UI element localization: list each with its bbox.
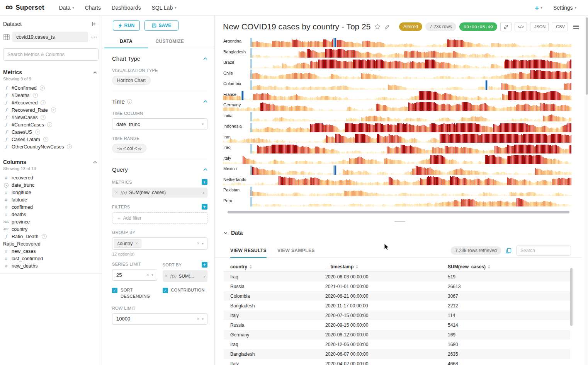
clear-icon[interactable]: × — [197, 241, 199, 246]
altered-badge[interactable]: Altered — [399, 22, 422, 31]
chevron-up-icon[interactable] — [93, 161, 97, 164]
table-row[interactable]: Iraq 2020-06-03 00:00:00 519 — [224, 272, 570, 281]
chevron-up-icon[interactable] — [203, 168, 207, 171]
remove-metric-icon[interactable]: × — [115, 190, 118, 195]
table-row[interactable]: Italy 2020-07-15 00:00:00 114 — [224, 310, 570, 320]
metric-item[interactable]: Cases Latam ? — [0, 136, 102, 143]
clear-icon[interactable]: × — [146, 273, 149, 277]
help-icon[interactable]: ? — [33, 93, 38, 98]
column-item[interactable]: Ratio_Recovered ? — [0, 240, 102, 247]
embed-code-button[interactable]: </> — [515, 22, 527, 31]
series-limit-select[interactable]: 25 × ▾ — [112, 269, 157, 281]
horizon-row[interactable]: Argentina — [223, 37, 571, 48]
time-range-value[interactable]: -∞ ≤ col < ∞ — [112, 144, 146, 153]
panel-resize-handle[interactable] — [394, 220, 405, 224]
horizon-row[interactable]: India — [223, 111, 571, 122]
horizon-row[interactable]: France — [223, 90, 571, 101]
dataset-more-icon[interactable]: ··· — [90, 34, 99, 40]
horizon-row[interactable]: Mexico — [223, 164, 571, 175]
column-item[interactable]: longitude ? — [0, 189, 102, 196]
collapse-panel-icon[interactable] — [92, 21, 97, 27]
sort-by-chip[interactable]: × ƒ(x) SUM(... › — [163, 270, 208, 282]
column-item[interactable]: province ? — [0, 218, 102, 225]
chevron-up-icon[interactable] — [203, 100, 207, 103]
add-metric-button[interactable]: + — [202, 179, 207, 185]
superset-logo[interactable]: ∞ Superset — [5, 3, 44, 12]
nav-item[interactable]: Charts ▾ — [80, 0, 106, 15]
column-item[interactable]: country ? — [0, 225, 102, 233]
horizon-row[interactable]: Chile — [223, 69, 571, 80]
table-column-header[interactable]: SUM(new_cases) — [441, 264, 570, 269]
column-item[interactable]: deaths ? — [0, 211, 102, 218]
help-icon[interactable]: ? — [67, 144, 72, 149]
dataset-name[interactable]: covid19.cases_ts — [12, 32, 88, 42]
copy-link-button[interactable] — [500, 22, 512, 31]
metrics-columns-search-input[interactable] — [3, 48, 99, 61]
copy-to-clipboard-icon[interactable] — [506, 248, 512, 254]
table-row[interactable]: Bangladesh 2020-11-17 00:00:00 2212 — [224, 301, 570, 310]
metric-chip[interactable]: × ƒ(x) SUM(new_cases) › — [112, 188, 207, 198]
column-item[interactable]: latitude ? — [0, 196, 102, 203]
nav-item[interactable]: Dashboards ▾ — [106, 0, 146, 15]
metric-item[interactable]: #Confirmed ? — [0, 84, 102, 92]
horizon-row[interactable]: Brazil — [223, 58, 571, 69]
info-icon[interactable]: i — [127, 99, 132, 104]
new-button[interactable]: + ▾ — [529, 4, 548, 12]
metric-item[interactable]: #CurrentCases ? — [0, 121, 102, 128]
export-json-button[interactable]: .JSON — [530, 22, 549, 31]
results-search-input[interactable] — [516, 246, 571, 256]
horizon-row[interactable]: Iran — [223, 133, 571, 143]
table-row[interactable]: Bangladesh 2020-06-07 00:00:00 2635 — [224, 349, 570, 359]
horizon-row[interactable]: Pakistan — [223, 186, 571, 196]
chart-menu-button[interactable] — [571, 22, 581, 31]
column-item[interactable]: date_trunc ? — [0, 181, 102, 189]
time-column-select[interactable]: date_trunc ▾ — [112, 118, 207, 130]
column-item[interactable]: recovered ? — [0, 174, 102, 181]
nav-item[interactable]: Data ▾ — [54, 0, 80, 15]
column-item[interactable]: Ratio_Death ? — [0, 233, 102, 240]
metric-item[interactable]: CasesUS ? — [0, 128, 102, 136]
table-row[interactable]: Italy 2020-04-02 00:00:00 4668 — [224, 359, 570, 365]
metric-item[interactable]: #Deaths ? — [0, 92, 102, 99]
help-icon[interactable]: ? — [47, 122, 52, 127]
add-filter-dropzone[interactable]: + Add filter — [112, 212, 207, 224]
control-tab[interactable]: DATA — [104, 35, 148, 48]
data-panel-header[interactable]: Data — [224, 230, 243, 236]
column-item[interactable]: confirmed ? — [0, 203, 102, 211]
help-icon[interactable]: ? — [35, 130, 40, 135]
table-row[interactable]: Russia 2020-09-15 00:00:00 5414 — [224, 320, 570, 330]
help-icon[interactable]: ? — [43, 137, 48, 142]
table-column-header[interactable]: country — [224, 264, 319, 269]
add-sort-button[interactable]: + — [202, 262, 207, 268]
table-row[interactable]: Germany 2020-06-12 00:00:00 169 — [224, 330, 570, 339]
data-tab[interactable]: VIEW SAMPLES — [277, 248, 315, 258]
group-by-select[interactable]: country × × ▾ — [112, 237, 207, 250]
help-icon[interactable]: ? — [42, 234, 47, 239]
table-column-header[interactable]: __timestamp — [319, 264, 441, 269]
metric-item[interactable]: Recovered_Rate ? — [0, 106, 102, 114]
chart-horizontal-scrollbar[interactable] — [228, 211, 569, 213]
horizon-row[interactable]: Colombia — [223, 79, 571, 90]
help-icon[interactable]: ? — [41, 115, 46, 120]
column-item[interactable]: last_confirmed ? — [0, 255, 102, 262]
visualization-type-value[interactable]: Horizon Chart — [112, 76, 151, 85]
metric-item[interactable]: #Recovered ? — [0, 99, 102, 106]
remove-tag-icon[interactable]: × — [135, 241, 138, 246]
table-row[interactable]: Russia 2021-01-01 00:00:00 26613 — [224, 281, 570, 291]
settings-menu[interactable]: Settings ▾ — [548, 0, 582, 15]
favorite-star-icon[interactable] — [374, 24, 381, 30]
horizon-row[interactable]: Germany — [223, 101, 571, 111]
row-limit-select[interactable]: 10000 × ▾ — [112, 313, 207, 325]
horizon-row[interactable]: Peru — [223, 196, 571, 207]
remove-sort-icon[interactable]: × — [165, 274, 168, 278]
help-icon[interactable]: ? — [40, 85, 45, 90]
contribution-checkbox[interactable]: ✓ CONTRIBUTION — [163, 287, 208, 300]
export-csv-button[interactable]: .CSV — [552, 22, 568, 31]
save-button[interactable]: SAVE — [144, 20, 178, 31]
horizon-row[interactable]: Bangladesh — [223, 48, 571, 58]
control-tab[interactable]: CUSTOMIZE — [148, 35, 192, 48]
page-scrollbar-thumb[interactable] — [586, 17, 588, 95]
column-item[interactable]: new_deaths ? — [0, 262, 102, 269]
chevron-up-icon[interactable] — [93, 71, 97, 74]
column-item[interactable]: new_cases ? — [0, 247, 102, 255]
